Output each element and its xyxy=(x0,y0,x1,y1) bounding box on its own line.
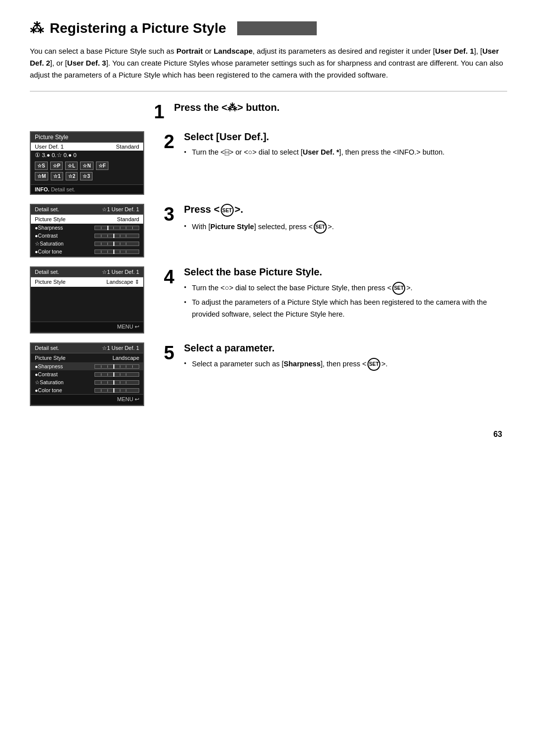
s4-contrast-marker xyxy=(113,372,114,377)
step-5-screen-col: Detail set. ☆1 User Def. 1 Picture Style… xyxy=(30,342,149,406)
screen-3-footer: MENU ↩ xyxy=(31,322,143,332)
tick-c1 xyxy=(101,235,101,237)
colortone-label: ●Color tone xyxy=(35,249,62,254)
s4-contrast-bar xyxy=(94,372,139,377)
screen-1-row-2: ① 3.● 0.☆ 0.● 0 xyxy=(31,151,143,160)
saturation-label: ☆Saturation xyxy=(35,241,64,247)
screen-icon-2: ☆2 xyxy=(66,172,78,180)
tick-ct2 xyxy=(107,251,108,253)
ct5 xyxy=(126,373,126,376)
tick5 xyxy=(126,227,126,229)
ctt1 xyxy=(101,389,101,392)
step-2-bullet-1: Turn the <⌸> or <○> dial to select [User… xyxy=(184,147,507,159)
step-4-number: 4 xyxy=(159,267,179,286)
contrast-bar xyxy=(94,234,139,238)
camera-screen-1: Picture Style User Def. 1 Standard ① 3.●… xyxy=(30,131,144,195)
tick1 xyxy=(101,227,101,229)
screen-icon-3: ☆3 xyxy=(80,172,92,180)
s4-sharpness-label: ●Sharpness xyxy=(35,363,63,369)
step-3-text: Press <SET>. With [Picture Style] select… xyxy=(184,204,507,236)
tick-c2 xyxy=(107,235,108,237)
screen-2-row-1: Picture Style Standard xyxy=(31,215,143,224)
screen-4-menu-label: MENU ↩ xyxy=(117,396,139,403)
set-button-title-3: SET xyxy=(221,204,234,217)
step-4-bullet-2: To adjust the parameters of a Picture St… xyxy=(184,297,507,321)
colortone-bar xyxy=(94,250,139,254)
ct1 xyxy=(101,373,101,376)
step-4-content: 4 Select the base Picture Style. Turn th… xyxy=(159,266,507,323)
ctt4 xyxy=(120,389,120,392)
ct2 xyxy=(107,373,108,376)
screen-4-row-0: Picture Style Landscape xyxy=(31,353,143,362)
screen-4-header-left: Detail set. xyxy=(35,345,59,351)
screen-2-slider-sharpness: ●Sharpness xyxy=(31,224,143,232)
screen-2-header-right: ☆1 User Def. 1 xyxy=(102,206,139,213)
ctt5 xyxy=(126,389,126,392)
screen-4-slider-saturation: ☆Saturation xyxy=(31,378,143,386)
screen-3-spacer xyxy=(31,287,143,322)
screen-1-icon-row-1: ☆S ☆P ☆L ☆N ☆F xyxy=(31,160,143,172)
step-4-text: Select the base Picture Style. Turn the … xyxy=(184,266,507,323)
t6 xyxy=(132,365,133,368)
intro-paragraph: You can select a base Picture Style such… xyxy=(30,45,507,81)
step-1-row: 1 Press the <⁂> button. xyxy=(30,101,507,121)
title-icon: ⁂ xyxy=(30,20,44,36)
step-2-row: Picture Style User Def. 1 Standard ① 3.●… xyxy=(30,131,507,195)
tick-s2 xyxy=(107,243,108,245)
screen-2-label-1: Picture Style xyxy=(35,216,66,222)
step-3-row: Detail set. ☆1 User Def. 1 Picture Style… xyxy=(30,204,507,257)
tick4 xyxy=(120,227,120,229)
section-divider xyxy=(30,91,507,91)
s4-saturation-label: ☆Saturation xyxy=(35,379,64,385)
sharpness-label: ●Sharpness xyxy=(35,225,63,231)
camera-screen-4: Detail set. ☆1 User Def. 1 Picture Style… xyxy=(30,342,144,406)
tick-s4 xyxy=(120,243,120,245)
step-2-text: Select [User Def.]. Turn the <⌸> or <○> … xyxy=(184,131,507,161)
tick-c4 xyxy=(120,235,120,237)
st4 xyxy=(120,381,120,384)
tick3 xyxy=(113,227,114,229)
screen-3-header-right: ☆1 User Def. 1 xyxy=(102,269,139,275)
screen-2-header: Detail set. ☆1 User Def. 1 xyxy=(31,205,143,215)
contrast-marker xyxy=(113,234,114,238)
screen-4-footer: MENU ↩ xyxy=(31,394,143,404)
step-5-number: 5 xyxy=(159,343,179,362)
ct4 xyxy=(120,373,120,376)
screen-1-value-2: ① 3.● 0.☆ 0.● 0 xyxy=(35,152,77,159)
step-5-title: Select a parameter. xyxy=(184,342,507,354)
s4-colortone-bar xyxy=(94,388,139,393)
step-2-body: Turn the <⌸> or <○> dial to select [User… xyxy=(184,147,507,159)
step-4-row: Detail set. ☆1 User Def. 1 Picture Style… xyxy=(30,266,507,334)
tick-s1 xyxy=(101,243,101,245)
s4-saturation-marker xyxy=(113,380,114,385)
screen-4-header-right: ☆1 User Def. 1 xyxy=(102,345,139,351)
s4-colortone-label: ●Color tone xyxy=(35,387,62,393)
step-1-title: Press the <⁂> button. xyxy=(174,101,507,113)
tick-ct1 xyxy=(101,251,101,253)
set-button-3a: SET xyxy=(314,221,327,234)
step-5-text: Select a parameter. Select a parameter s… xyxy=(184,342,507,373)
screen-3-header: Detail set. ☆1 User Def. 1 xyxy=(31,267,143,277)
screen-1-label-1: User Def. 1 xyxy=(35,144,64,150)
step-4-bullet-1: Turn the <○> dial to select the base Pic… xyxy=(184,282,507,295)
tick-c5 xyxy=(126,235,126,237)
screen-4-slider-contrast: ●Contrast xyxy=(31,370,143,378)
step-3-body: With [Picture Style] selected, press <SE… xyxy=(184,221,507,234)
screen-3-header-left: Detail set. xyxy=(35,269,59,275)
screen-icon-N: ☆N xyxy=(80,162,93,170)
s4-colortone-marker xyxy=(113,388,114,393)
screen-1-row-1: User Def. 1 Standard xyxy=(31,143,143,151)
title-bar-decoration xyxy=(237,21,317,35)
screen-icon-P: ☆P xyxy=(50,162,63,170)
t4 xyxy=(120,365,120,368)
page-title: Registering a Picture Style xyxy=(50,20,226,36)
screen-icon-L: ☆L xyxy=(65,162,78,170)
tick6 xyxy=(132,227,133,229)
sharpness-bar xyxy=(94,226,139,230)
camera-screen-3: Detail set. ☆1 User Def. 1 Picture Style… xyxy=(30,266,144,334)
step-3-title: Press <SET>. xyxy=(184,204,507,217)
screen-4-value-0: Landscape xyxy=(112,355,139,361)
step-3-content: 3 Press <SET>. With [Picture Style] sele… xyxy=(159,204,507,236)
page-number: 63 xyxy=(30,430,507,439)
screen-3-row-1: Picture Style Landscape ⇕ xyxy=(31,277,143,287)
